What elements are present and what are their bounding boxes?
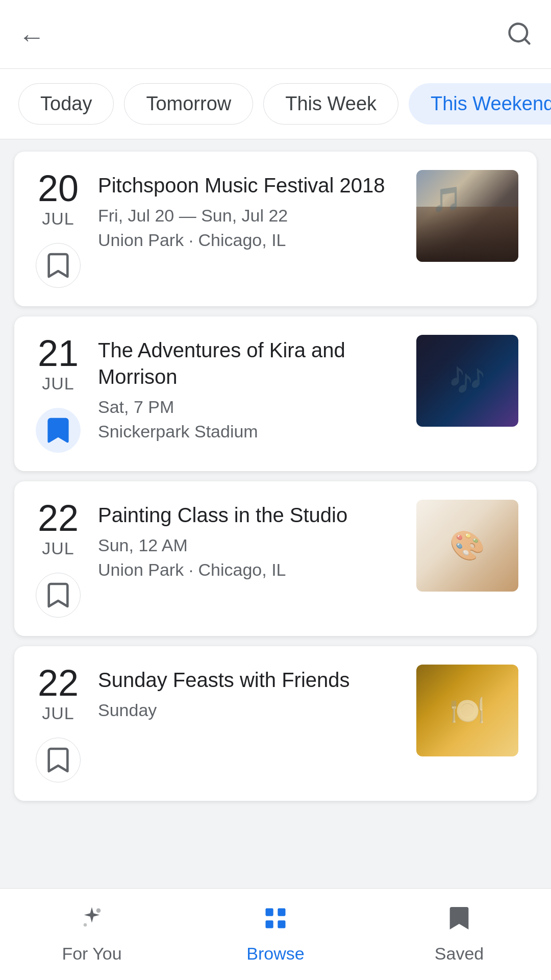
event-info: Painting Class in the StudioSun, 12 AM U… bbox=[98, 500, 402, 582]
event-image bbox=[416, 170, 518, 262]
event-card-event-1[interactable]: 20JULPitchspoon Music Festival 2018Fri, … bbox=[14, 152, 537, 306]
filter-bar: TodayTomorrowThis WeekThis Weekend bbox=[0, 69, 551, 139]
nav-label-browse: Browse bbox=[246, 944, 304, 964]
event-date-col: 20JUL bbox=[33, 170, 84, 288]
event-date-month: JUL bbox=[42, 209, 74, 229]
event-image bbox=[416, 335, 518, 427]
filter-pill-today[interactable]: Today bbox=[18, 83, 114, 125]
filter-pill-this-weekend[interactable]: This Weekend bbox=[409, 83, 551, 125]
event-card-event-3[interactable]: 22JULPainting Class in the StudioSun, 12… bbox=[14, 481, 537, 636]
event-date-month: JUL bbox=[42, 374, 74, 394]
filter-pill-tomorrow[interactable]: Tomorrow bbox=[124, 83, 253, 125]
event-date-num: 22 bbox=[38, 665, 79, 701]
grid-icon bbox=[262, 905, 289, 938]
event-info: Sunday Feasts with FriendsSunday bbox=[98, 665, 402, 723]
events-list: 20JULPitchspoon Music Festival 2018Fri, … bbox=[0, 139, 551, 903]
event-date-col: 22JUL bbox=[33, 665, 84, 782]
event-title: The Adventures of Kira and Morrison bbox=[98, 337, 402, 390]
event-date-col: 22JUL bbox=[33, 500, 84, 618]
event-date-month: JUL bbox=[42, 538, 74, 558]
bookmark-icon bbox=[47, 252, 69, 279]
event-date-month: JUL bbox=[42, 703, 74, 723]
event-date-num: 22 bbox=[38, 500, 79, 536]
event-meta: Sat, 7 PM Snickerpark Stadium bbox=[98, 395, 402, 444]
bookmark-button[interactable] bbox=[36, 408, 81, 453]
bookmark-icon bbox=[47, 417, 69, 444]
nav-item-for-you[interactable]: For You bbox=[0, 905, 184, 964]
back-button[interactable]: ← bbox=[18, 23, 45, 50]
bookmark-button[interactable] bbox=[36, 573, 81, 618]
event-meta: Sun, 12 AM Union Park · Chicago, IL bbox=[98, 533, 402, 582]
nav-label-for-you: For You bbox=[62, 944, 121, 964]
search-button[interactable] bbox=[506, 20, 533, 53]
event-card-event-2[interactable]: 21JULThe Adventures of Kira and Morrison… bbox=[14, 316, 537, 471]
header: ← bbox=[0, 0, 551, 69]
event-image bbox=[416, 500, 518, 592]
event-meta: Sunday bbox=[98, 698, 402, 723]
svg-rect-7 bbox=[278, 920, 285, 928]
event-date-col: 21JUL bbox=[33, 335, 84, 453]
bookmark-button[interactable] bbox=[36, 243, 81, 288]
nav-item-saved[interactable]: Saved bbox=[367, 905, 551, 964]
nav-label-saved: Saved bbox=[435, 944, 484, 964]
filter-pill-this-week[interactable]: This Week bbox=[263, 83, 398, 125]
event-image bbox=[416, 665, 518, 756]
svg-point-2 bbox=[96, 909, 101, 913]
bookmark-icon bbox=[47, 582, 69, 608]
bookmark-button[interactable] bbox=[36, 738, 81, 782]
sparkle-icon bbox=[79, 905, 105, 938]
event-info: Pitchspoon Music Festival 2018Fri, Jul 2… bbox=[98, 170, 402, 252]
svg-rect-6 bbox=[266, 920, 273, 928]
svg-rect-4 bbox=[266, 909, 273, 916]
svg-rect-5 bbox=[278, 909, 285, 916]
event-meta: Fri, Jul 20 — Sun, Jul 22 Union Park · C… bbox=[98, 204, 402, 252]
event-info: The Adventures of Kira and MorrisonSat, … bbox=[98, 335, 402, 444]
nav-item-browse[interactable]: Browse bbox=[184, 905, 367, 964]
svg-point-3 bbox=[84, 923, 87, 927]
event-title: Painting Class in the Studio bbox=[98, 502, 402, 528]
event-card-event-4[interactable]: 22JULSunday Feasts with FriendsSunday bbox=[14, 646, 537, 801]
bookmark-icon bbox=[47, 747, 69, 773]
event-date-num: 21 bbox=[38, 335, 79, 372]
bottom-nav: For YouBrowseSaved bbox=[0, 888, 551, 980]
event-title: Pitchspoon Music Festival 2018 bbox=[98, 172, 402, 199]
svg-line-1 bbox=[524, 39, 529, 43]
bookmark-icon bbox=[448, 905, 470, 938]
event-title: Sunday Feasts with Friends bbox=[98, 667, 402, 693]
event-date-num: 20 bbox=[38, 170, 79, 207]
